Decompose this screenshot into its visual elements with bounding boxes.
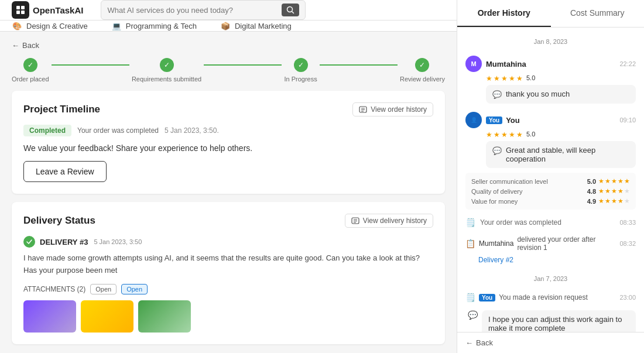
chat-icon-2: 💬 <box>492 146 502 155</box>
chat-msg-header-1: M Mumtahina 22:22 <box>465 56 636 72</box>
step-requirements: ✓ Requirements submitted <box>132 58 201 83</box>
chat-message-mumtahina1: M Mumtahina 22:22 ★★★★★ 5.0 💬 thank you … <box>465 56 636 104</box>
delivery-icon: 📋 <box>465 239 475 248</box>
marketing-icon: 📦 <box>220 20 231 31</box>
connector-3 <box>320 64 398 66</box>
delivery-tag[interactable]: Delivery #2 <box>478 256 513 264</box>
step-circle-2: ✓ <box>160 58 174 72</box>
tab-order-history-label: Order History <box>478 8 530 18</box>
progress-steps: ✓ Order placed ✓ Requirements submitted … <box>12 58 445 83</box>
delivery-date: 5 Jan 2023, 3:50 <box>94 238 142 245</box>
bubble-you1: 💬 Great and stable, will keep cooperatio… <box>486 141 636 168</box>
rating-mumtahina1: 5.0 <box>526 74 535 83</box>
programming-icon: 💻 <box>111 20 122 31</box>
top-nav: OpenTaskAI <box>0 0 457 20</box>
connector-1 <box>52 64 129 66</box>
design-icon: 🎨 <box>12 20 22 31</box>
step-order-placed: ✓ Order placed <box>12 58 49 83</box>
back-bottom[interactable]: ← Back <box>457 332 644 353</box>
hope-bubble: I hope you can adjust this work again to… <box>482 310 636 332</box>
search-input[interactable] <box>107 6 282 15</box>
project-timeline-title: Project Timeline <box>23 104 100 115</box>
svg-rect-0 <box>16 6 20 9</box>
step-label-3: In Progress <box>284 76 317 83</box>
revision-icon: 🗒️ <box>465 293 475 302</box>
you-revision-msg: 🗒️ You You made a revision request 23:00 <box>465 293 636 302</box>
chat-icon-1: 💬 <box>492 90 502 99</box>
leave-review-button[interactable]: Leave a Review <box>23 161 107 182</box>
thumbnail-1 <box>23 300 76 333</box>
date-divider-jan7: Jan 7, 2023 <box>465 275 636 282</box>
cat-marketing[interactable]: 📦 Digital Marketing <box>220 20 292 31</box>
view-delivery-history-label: View delivery history <box>363 217 427 225</box>
svg-line-5 <box>292 12 294 13</box>
view-order-history-button[interactable]: View order history <box>352 102 433 116</box>
logo-icon <box>12 1 29 19</box>
logo-text: OpenTaskAI <box>33 5 83 15</box>
right-panel: Order History Cost Summary Jan 8, 2023 M… <box>457 0 644 353</box>
delivery-time: 08:32 <box>619 240 636 247</box>
attachments-row: ATTACHMENTS (2) Open Open <box>23 284 433 294</box>
back-bottom-label: Back <box>476 338 493 347</box>
rating-stars-quality: ★★★★★ <box>598 187 630 195</box>
mumtahina-delivery-name: Mumtahina <box>479 239 513 248</box>
svg-rect-2 <box>16 11 20 14</box>
system-completed-icon: 🗒️ <box>465 218 475 227</box>
open-badge-plain: Open <box>90 284 117 294</box>
system-completed-time: 08:33 <box>619 219 636 226</box>
time-mumtahina1: 22:22 <box>619 60 636 67</box>
tab-order-history[interactable]: Order History <box>457 0 551 27</box>
search-bar <box>101 0 306 20</box>
back-arrow-icon: ← <box>12 41 19 50</box>
chat-msg-header-you1: 👤 You You 09:10 <box>465 112 636 128</box>
time-you1: 09:10 <box>619 116 636 124</box>
back-link[interactable]: ← Back <box>12 41 445 50</box>
open-badge-blue[interactable]: Open <box>121 284 148 294</box>
delivery-status-card: Delivery Status View delivery history <box>12 202 445 344</box>
step-circle-4: ✓ <box>415 58 429 72</box>
right-tabs: Order History Cost Summary <box>457 0 644 28</box>
status-row: Completed Your order was completed 5 Jan… <box>23 125 433 136</box>
thumbnail-3 <box>138 300 191 333</box>
rating-stars-value: ★★★★★ <box>598 197 630 205</box>
logo-area: OpenTaskAI <box>12 1 83 19</box>
rating-you1: 5.0 <box>526 131 535 139</box>
feedback-text: We value your feedback! Share your exper… <box>23 143 433 153</box>
delivery-body-text: I have made some growth attempts using A… <box>23 252 433 277</box>
cat-programming[interactable]: 💻 Programming & Tech <box>111 20 197 31</box>
avatar-you1: 👤 <box>465 112 482 128</box>
text-mumtahina1: thank you so much <box>506 90 570 98</box>
step-circle-3: ✓ <box>294 58 308 72</box>
cat-programming-label: Programming & Tech <box>126 22 197 30</box>
status-date: 5 Jan 2023, 3:50. <box>165 126 219 135</box>
rating-row-value: Value for money 4.9 ★★★★★ <box>471 196 630 206</box>
you-badge2: You <box>479 294 495 301</box>
you2-text: You made a revision request <box>499 293 588 301</box>
tab-cost-summary[interactable]: Cost Summary <box>551 0 645 27</box>
completed-badge: Completed <box>23 125 71 136</box>
view-delivery-history-button[interactable]: View delivery history <box>345 214 433 228</box>
attachments-label: ATTACHMENTS (2) <box>23 285 85 293</box>
hope-icon: 💬 <box>468 310 478 332</box>
svg-rect-3 <box>21 11 25 14</box>
back-label: Back <box>22 41 39 50</box>
step-in-progress: ✓ In Progress <box>284 58 317 83</box>
rating-label-quality: Quality of delivery <box>471 188 522 195</box>
connector-2 <box>204 64 282 66</box>
search-button[interactable] <box>282 4 299 16</box>
step-review: ✓ Review delivery <box>400 58 445 83</box>
status-text: Your order was completed <box>77 126 159 135</box>
delivery-check-icon <box>23 236 35 248</box>
thumbnail-2 <box>81 300 133 333</box>
tab-cost-summary-label: Cost Summary <box>570 8 625 18</box>
delivery-number: DELIVERY #3 <box>23 236 88 248</box>
step-label-1: Order placed <box>12 76 49 83</box>
system-order-completed: 🗒️ Your order was completed 08:33 <box>465 218 636 227</box>
you-badge1: You <box>486 116 502 124</box>
cat-design[interactable]: 🎨 Design & Creative <box>12 20 88 31</box>
category-nav: 🎨 Design & Creative 💻 Programming & Tech… <box>0 20 457 32</box>
delivery-status-title: Delivery Status <box>23 215 95 227</box>
sender-mumtahina1: Mumtahina <box>486 60 526 68</box>
rating-label-value: Value for money <box>471 198 518 205</box>
you2-time: 23:00 <box>619 294 636 301</box>
